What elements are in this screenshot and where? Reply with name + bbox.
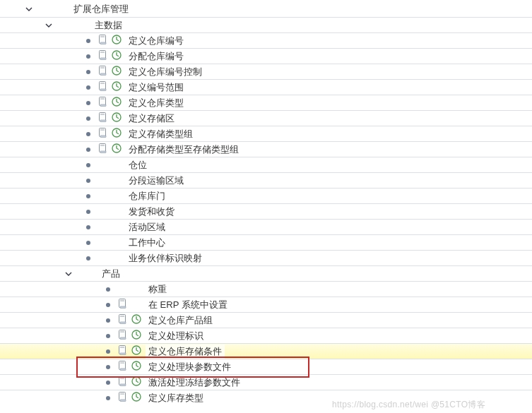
bullet-icon (106, 318, 110, 323)
tree-leaf[interactable]: 分配存储类型至存储类型组 (0, 141, 532, 157)
svg-point-86 (122, 393, 123, 395)
bullet-icon (86, 101, 90, 105)
tree-leaf[interactable]: 定义仓库类型 (0, 95, 532, 110)
tree-leaf[interactable]: 定义存储类型组 (0, 126, 532, 141)
tree-leaf[interactable]: 定义仓库编号控制 (0, 64, 532, 79)
tree-node-root[interactable]: 扩展仓库管理 (0, 1, 532, 17)
tree-leaf[interactable]: 业务伙伴标识映射 (0, 250, 532, 265)
tree-leaf[interactable]: 称重 (0, 281, 532, 297)
document-icon[interactable] (117, 298, 129, 311)
bullet-icon (86, 39, 90, 43)
expand-icon[interactable] (24, 4, 34, 14)
node-label: 定义存储类型组 (126, 128, 193, 140)
tree-leaf[interactable]: 激活处理冻结参数文件 (0, 374, 532, 390)
clock-icon[interactable] (131, 345, 142, 358)
svg-point-20 (100, 83, 102, 84)
document-icon[interactable] (97, 34, 109, 47)
tree-leaf[interactable]: 活动区域 (0, 219, 532, 234)
document-icon[interactable] (97, 127, 109, 140)
svg-rect-37 (100, 136, 106, 138)
bullet-icon (86, 241, 90, 245)
tree-leaf[interactable]: 在 ERP 系统中设置 (0, 297, 532, 312)
document-icon[interactable] (97, 65, 109, 78)
document-icon[interactable] (117, 345, 129, 358)
bullet-icon (86, 210, 90, 214)
svg-rect-7 (100, 58, 106, 60)
svg-rect-13 (100, 73, 106, 76)
expand-icon[interactable] (44, 20, 54, 30)
svg-point-74 (122, 362, 123, 364)
svg-rect-84 (120, 400, 126, 402)
clock-icon[interactable] (131, 391, 142, 405)
svg-point-9 (102, 52, 103, 53)
tree-leaf[interactable]: 定义处理标识 (0, 328, 532, 343)
node-label: 定义仓库类型 (126, 97, 184, 109)
svg-rect-1 (100, 42, 106, 44)
tree-node-product[interactable]: 产品 (0, 265, 532, 281)
icon-group (97, 112, 126, 125)
document-icon[interactable] (117, 329, 129, 342)
clock-icon[interactable] (131, 376, 142, 389)
icon-group (117, 329, 146, 342)
tree-leaf[interactable]: 仓库库门 (0, 188, 532, 203)
document-icon[interactable] (97, 49, 109, 63)
clock-icon[interactable] (111, 112, 122, 125)
document-icon[interactable] (117, 391, 129, 405)
tree-leaf[interactable]: 定义处理块参数文件 (0, 359, 532, 374)
svg-point-80 (122, 378, 123, 379)
node-label: 仓库库门 (126, 190, 165, 203)
clock-icon[interactable] (111, 65, 122, 78)
svg-rect-25 (100, 104, 106, 107)
clock-icon[interactable] (111, 143, 122, 156)
clock-icon[interactable] (131, 313, 142, 327)
tree-navigator: 扩展仓库管理 主数据 定义仓库编号分配仓库编号定义仓库编号控制定义编号范围定义仓… (0, 0, 532, 413)
document-icon[interactable] (117, 376, 129, 389)
document-icon[interactable] (117, 313, 129, 327)
document-icon[interactable] (97, 80, 109, 94)
bullet-icon (106, 303, 110, 307)
node-label: 定义库存类型 (146, 392, 203, 405)
svg-point-4 (103, 36, 105, 37)
tree-node-masterdata[interactable]: 主数据 (0, 17, 532, 32)
icon-group (97, 34, 126, 47)
clock-icon[interactable] (111, 96, 122, 109)
document-icon[interactable] (117, 360, 129, 373)
document-icon[interactable] (97, 96, 109, 109)
svg-rect-31 (100, 120, 106, 122)
svg-point-40 (103, 129, 105, 131)
svg-point-15 (102, 67, 103, 68)
clock-icon[interactable] (131, 329, 142, 342)
bullet-icon (86, 179, 90, 183)
node-label: 激活处理冻结参数文件 (146, 376, 240, 389)
tree-leaf[interactable]: 仓位 (0, 157, 532, 172)
bullet-icon (86, 70, 90, 74)
svg-point-87 (123, 393, 124, 395)
tree-leaf[interactable]: 发货和收货 (0, 203, 532, 219)
svg-point-81 (123, 378, 124, 379)
svg-point-69 (123, 347, 124, 348)
node-label: 定义编号范围 (126, 81, 184, 94)
bullet-icon (86, 163, 90, 167)
svg-point-14 (100, 67, 102, 68)
document-icon[interactable] (97, 112, 109, 125)
svg-point-34 (103, 114, 105, 115)
tree-leaf[interactable]: 分配仓库编号 (0, 48, 532, 64)
tree-leaf[interactable]: 定义编号范围 (0, 79, 532, 95)
clock-icon[interactable] (111, 34, 122, 47)
svg-point-62 (122, 331, 123, 333)
svg-point-46 (103, 145, 105, 146)
tree-leaf[interactable]: 工作中心 (0, 234, 532, 250)
clock-icon[interactable] (111, 127, 122, 140)
tree-leaf[interactable]: 定义存储区 (0, 110, 532, 126)
tree-leaf[interactable]: 分段运输区域 (0, 172, 532, 188)
node-label: 定义处理块参数文件 (146, 361, 231, 373)
clock-icon[interactable] (111, 49, 122, 63)
tree-leaf[interactable]: 定义仓库产品组 (0, 312, 532, 328)
expand-icon[interactable] (64, 269, 73, 279)
clock-icon[interactable] (111, 80, 122, 94)
clock-icon[interactable] (131, 360, 142, 373)
tree-leaf[interactable]: 定义仓库编号 (0, 32, 532, 48)
document-icon[interactable] (97, 143, 109, 156)
node-label: 仓位 (126, 159, 147, 172)
tree-leaf[interactable]: 定义仓库存储条件 (0, 343, 532, 359)
